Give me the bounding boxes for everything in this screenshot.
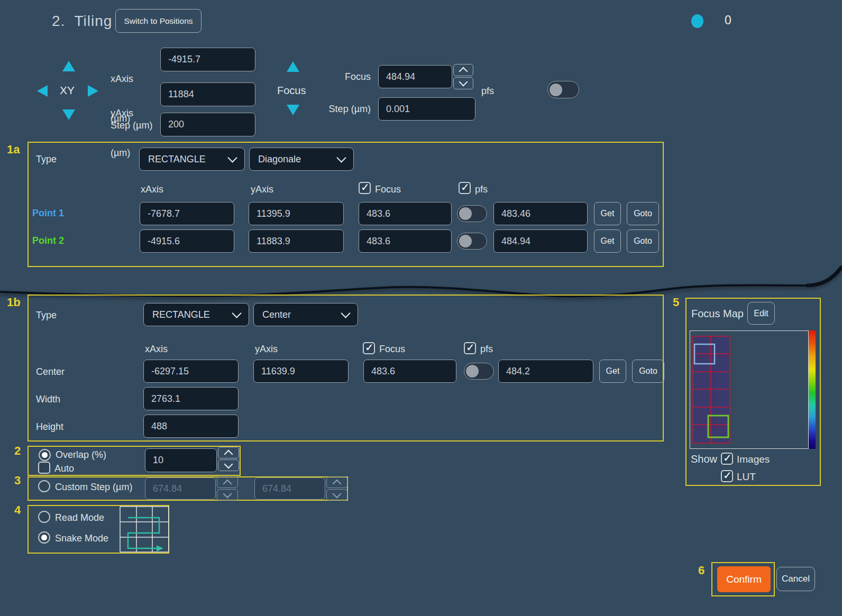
snake-mode-label: Snake Mode: [55, 532, 108, 544]
focus-spinner: [453, 64, 473, 89]
arrow-left-icon[interactable]: [37, 85, 48, 97]
pfs-checkbox-1b[interactable]: [464, 342, 476, 354]
toggle-knob: [550, 84, 562, 96]
cancel-button[interactable]: Cancel: [776, 567, 815, 591]
point1-pfs-toggle[interactable]: [457, 205, 487, 222]
point1-label: Point 1: [32, 208, 64, 219]
pfs-toggle[interactable]: [547, 81, 579, 98]
point2-label: Point 2: [32, 235, 64, 246]
shape-type-dropdown-1a[interactable]: RECTANGLE: [139, 148, 245, 171]
focus-map-preview[interactable]: [690, 330, 809, 449]
radio-dot: [41, 535, 47, 540]
arrow-right-icon[interactable]: [88, 85, 98, 97]
spinner-down-button[interactable]: [218, 459, 239, 471]
spinner-up-button[interactable]: [326, 476, 347, 488]
focus-map-title: Focus Map: [691, 308, 744, 319]
toggle-knob: [459, 207, 472, 220]
col-pfs-1b: pfs: [480, 343, 493, 355]
show-lut-checkbox[interactable]: [721, 470, 733, 482]
mode-dropdown-1b[interactable]: Center: [253, 303, 358, 326]
confirm-button[interactable]: Confirm: [717, 566, 771, 592]
xaxis-input[interactable]: -4915.7: [160, 48, 255, 71]
point1-x-input[interactable]: -7678.7: [140, 202, 234, 225]
center-x-input[interactable]: -6297.15: [143, 360, 239, 383]
read-mode-label: Read Mode: [55, 512, 104, 523]
shape-type-dropdown-1b[interactable]: RECTANGLE: [143, 303, 249, 326]
type-label-1a: Type: [36, 153, 57, 165]
arrow-up-icon[interactable]: [62, 61, 75, 71]
spinner-up-button[interactable]: [453, 64, 473, 76]
mode-dropdown-1a[interactable]: Diagonale: [249, 148, 354, 171]
focus-map-tiles: [690, 331, 808, 448]
chevron-up-icon: [224, 449, 233, 458]
spinner-down-button[interactable]: [326, 489, 347, 501]
switch-to-positions-button[interactable]: Switch to Positions: [115, 9, 202, 33]
focus-arrow-up-icon[interactable]: [287, 61, 299, 72]
auto-checkbox[interactable]: [38, 462, 50, 474]
overlap-input[interactable]: 10: [145, 448, 217, 472]
spinner-up-button[interactable]: [217, 476, 238, 488]
status-counter: 0: [725, 14, 731, 26]
center-y-input[interactable]: 11639.9: [253, 360, 349, 383]
overlap-radio[interactable]: [39, 449, 51, 461]
show-images-checkbox[interactable]: [721, 453, 733, 465]
checkmark-icon: [722, 471, 732, 481]
section-5-tag: 5: [673, 296, 679, 309]
center-get-button[interactable]: Get: [599, 360, 626, 383]
custom-step-y-input[interactable]: 674.84: [254, 477, 325, 500]
chevron-down-icon: [341, 308, 350, 318]
edit-button[interactable]: Edit: [747, 302, 775, 325]
point2-pfs-toggle[interactable]: [457, 233, 487, 250]
pfs-checkbox-1a[interactable]: [459, 182, 471, 194]
read-mode-radio[interactable]: [38, 511, 50, 523]
arrow-down-icon[interactable]: [62, 109, 75, 120]
snake-mode-radio[interactable]: [38, 531, 50, 544]
point1-get-button[interactable]: Get: [594, 202, 621, 225]
yaxis-input[interactable]: 11884: [160, 82, 255, 106]
snake-path-diagram: [120, 506, 169, 553]
center-label: Center: [36, 366, 65, 378]
col-yaxis-1b: yAxis: [255, 343, 278, 355]
point1-pfs-input[interactable]: 483.46: [493, 202, 588, 225]
chevron-down-icon: [224, 459, 233, 468]
height-input[interactable]: 488: [143, 415, 239, 438]
images-label: Images: [737, 454, 770, 465]
custom-step-x-input[interactable]: 674.84: [145, 477, 216, 500]
spinner-up-button[interactable]: [218, 447, 239, 458]
width-label: Width: [36, 393, 60, 405]
col-xaxis-1a: xAxis: [141, 183, 163, 195]
focus-step-label: Step (µm): [291, 103, 371, 115]
section-2-tag: 2: [14, 444, 21, 458]
center-pfs-toggle[interactable]: [464, 363, 494, 380]
point1-focus-input[interactable]: 483.6: [359, 202, 452, 225]
point1-goto-button[interactable]: Goto: [627, 202, 659, 225]
custom-step-label: Custom Step (µm): [55, 481, 132, 493]
focus-checkbox-1a[interactable]: [359, 182, 371, 194]
point2-get-button[interactable]: Get: [594, 229, 621, 253]
point2-pfs-input[interactable]: 484.94: [493, 229, 588, 253]
show-label: Show: [691, 453, 717, 465]
point2-y-input[interactable]: 11883.9: [249, 229, 344, 253]
focus-pad-label: Focus: [277, 85, 306, 96]
pfs-label: pfs: [481, 85, 494, 97]
focus-input[interactable]: 484.94: [378, 65, 452, 88]
section-3-tag: 3: [14, 474, 21, 488]
point2-x-input[interactable]: -4915.6: [140, 229, 234, 253]
height-label: Height: [36, 421, 63, 433]
custom-step-radio[interactable]: [38, 480, 50, 492]
center-focus-input[interactable]: 483.6: [363, 360, 456, 383]
xy-step-input[interactable]: 200: [160, 113, 255, 136]
focus-step-input[interactable]: 0.001: [378, 97, 475, 121]
spinner-down-button[interactable]: [217, 489, 238, 501]
center-pfs-input[interactable]: 484.2: [498, 360, 593, 383]
type-label-1b: Type: [36, 309, 57, 321]
dropdown-value: RECTANGLE: [152, 309, 210, 320]
point2-focus-input[interactable]: 483.6: [359, 229, 452, 253]
lut-colorbar: [809, 330, 816, 449]
focus-checkbox-1b[interactable]: [363, 342, 375, 354]
point1-y-input[interactable]: 11395.9: [249, 202, 344, 225]
spinner-down-button[interactable]: [453, 77, 473, 89]
point2-goto-button[interactable]: Goto: [627, 229, 659, 253]
center-goto-button[interactable]: Goto: [632, 360, 664, 383]
width-input[interactable]: 2763.1: [143, 387, 239, 410]
